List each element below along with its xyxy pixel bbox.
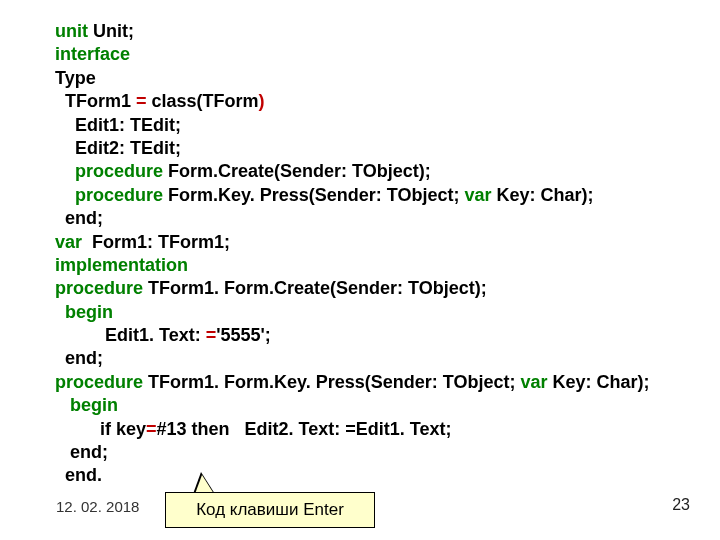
callout-text: Код клавиши Enter [196,499,344,521]
code-block: unit Unit; interface Type TForm1 = class… [55,20,690,488]
callout: Код клавиши Enter [165,472,375,528]
txt-form1var: Form1: TForm1; [82,232,230,252]
footer-date: 12. 02. 2018 [56,497,139,517]
txt-assign1a: Edit1. Text: [55,325,206,345]
op-eq3: = [146,419,157,439]
txt-edit2: Edit2: TEdit; [55,137,690,160]
txt-assign1b: '5555'; [216,325,271,345]
txt-if-a: if [55,419,116,439]
txt-keypress-b: Key: Char); [491,185,593,205]
kw-begin1: begin [55,301,690,324]
txt-classdecl-a: TForm1 [55,91,136,111]
page-number: 23 [672,495,690,516]
txt-formcreate-impl: TForm1. Form.Create(Sender: TObject); [143,278,487,298]
kw-procedure4: procedure [55,372,143,392]
txt-keypress-impl-a: TForm1. Form.Key. Press(Sender: TObject; [143,372,520,392]
txt-end1: end; [55,207,690,230]
kw-var3: var [520,372,547,392]
txt-classdecl-b: class(TForm [147,91,259,111]
kw-implementation: implementation [55,254,690,277]
op-paren: ) [259,91,265,111]
txt-type: Type [55,67,690,90]
txt-if-key: key [116,419,146,439]
txt-edit1: Edit1: TEdit; [55,114,690,137]
callout-pointer-icon [193,472,215,494]
txt-end3: end; [55,441,690,464]
kw-procedure2: procedure [55,185,163,205]
txt-end2: end; [55,347,690,370]
txt-keypress-a: Form.Key. Press(Sender: TObject; [163,185,464,205]
op-eq2: = [206,325,217,345]
txt-formcreate-decl: Form.Create(Sender: TObject); [163,161,431,181]
txt-unitname: Unit; [88,21,134,41]
kw-procedure1: procedure [55,161,163,181]
kw-interface: interface [55,43,690,66]
txt-keypress-impl-b: Key: Char); [548,372,650,392]
txt-if-b: #13 then Edit2. Text: =Edit1. Text; [157,419,452,439]
kw-var2: var [55,232,82,252]
op-eq1: = [136,91,147,111]
kw-procedure3: procedure [55,278,143,298]
kw-unit: unit [55,21,88,41]
kw-var1: var [464,185,491,205]
callout-box: Код клавиши Enter [165,492,375,528]
kw-begin2: begin [55,394,690,417]
